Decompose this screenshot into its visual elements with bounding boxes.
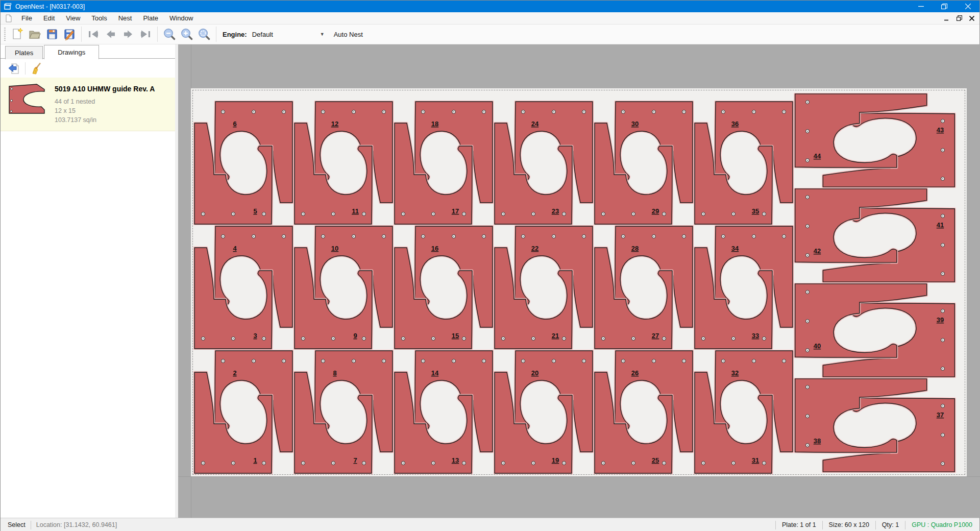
nested-part-pair-12-11[interactable]: 1211 bbox=[293, 101, 394, 225]
status-separator bbox=[905, 521, 905, 529]
nested-part-pair-14-13[interactable]: 1413 bbox=[394, 350, 494, 474]
part-number-41: 41 bbox=[937, 221, 944, 229]
part-number-23: 23 bbox=[552, 207, 559, 215]
part-number-33: 33 bbox=[752, 332, 759, 340]
toolbar-separator bbox=[216, 27, 216, 42]
nested-part-pair-20-19[interactable]: 2019 bbox=[494, 350, 594, 474]
new-file-icon bbox=[11, 28, 24, 41]
nested-part-pair-18-17[interactable]: 1817 bbox=[394, 101, 494, 225]
nested-part-pair-28-27[interactable]: 2827 bbox=[594, 225, 694, 350]
child-close-icon[interactable] bbox=[969, 16, 974, 21]
nested-part-pair-22-21[interactable]: 2221 bbox=[494, 225, 594, 350]
nested-part-pair-8-7[interactable]: 87 bbox=[293, 350, 394, 474]
drawing-area: 103.7137 sq/in bbox=[55, 115, 155, 125]
nav-last-button[interactable] bbox=[137, 26, 154, 42]
menu-item-plate[interactable]: Plate bbox=[137, 12, 164, 24]
engine-select[interactable]: Default ▼ bbox=[250, 28, 327, 40]
minimize-button[interactable] bbox=[909, 1, 933, 12]
menu-item-window[interactable]: Window bbox=[164, 12, 199, 24]
part-number-4: 4 bbox=[233, 245, 237, 252]
close-icon bbox=[965, 4, 971, 9]
plate-guide-line bbox=[178, 476, 980, 477]
nested-part-pair-30-29[interactable]: 3029 bbox=[594, 101, 694, 225]
part-number-8: 8 bbox=[333, 369, 336, 377]
nav-prev-icon bbox=[104, 28, 117, 41]
child-restore-icon[interactable] bbox=[957, 15, 962, 21]
nested-part-pair-16-15[interactable]: 1615 bbox=[394, 225, 494, 350]
save-button[interactable] bbox=[43, 26, 61, 42]
minimize-icon bbox=[918, 4, 924, 9]
nested-part-pair-43-44[interactable]: 4344 bbox=[794, 93, 956, 188]
child-minimize-icon[interactable] bbox=[944, 16, 949, 21]
nested-part-pair-36-35[interactable]: 3635 bbox=[694, 101, 794, 225]
toolbar-grip[interactable] bbox=[4, 28, 6, 41]
part-number-34: 34 bbox=[731, 245, 739, 252]
status-gpu: GPU : Quadro P1000 bbox=[911, 521, 973, 528]
menu-item-edit[interactable]: Edit bbox=[38, 12, 60, 24]
nested-part-pair-39-40[interactable]: 3940 bbox=[794, 283, 956, 378]
window-title: OpenNest - [N0317-003] bbox=[15, 3, 85, 10]
nested-part-pair-10-9[interactable]: 109 bbox=[293, 225, 394, 350]
app-icon bbox=[4, 3, 11, 10]
status-size: Size: 60 x 120 bbox=[828, 521, 870, 528]
nav-first-button[interactable] bbox=[85, 26, 102, 42]
part-number-5: 5 bbox=[253, 207, 257, 215]
sidebar: PlatesDrawings bbox=[1, 44, 175, 518]
nested-part-pair-37-38[interactable]: 3738 bbox=[794, 378, 956, 473]
menu-item-file[interactable]: File bbox=[16, 12, 38, 24]
nav-last-icon bbox=[139, 28, 152, 41]
menu-item-view[interactable]: View bbox=[60, 12, 86, 24]
nested-part-pair-2-1[interactable]: 21 bbox=[193, 350, 293, 474]
open-file-button[interactable] bbox=[26, 26, 43, 42]
restore-button[interactable] bbox=[933, 1, 956, 12]
zoom-extents-button[interactable] bbox=[195, 26, 213, 42]
nested-part-pair-26-25[interactable]: 2625 bbox=[594, 350, 694, 474]
part-number-26: 26 bbox=[631, 369, 639, 377]
nest-canvas[interactable]: 6543211211109871817161514132423222120193… bbox=[178, 44, 980, 518]
menu-item-nest[interactable]: Nest bbox=[113, 12, 138, 24]
restore-icon bbox=[941, 4, 947, 10]
engine-label: Engine: bbox=[223, 31, 247, 38]
toolbar-separator bbox=[81, 27, 82, 42]
nav-first-icon bbox=[87, 28, 100, 41]
part-number-29: 29 bbox=[652, 207, 659, 215]
part-number-37: 37 bbox=[937, 411, 944, 419]
new-file-button[interactable] bbox=[9, 26, 26, 42]
nav-next-button[interactable] bbox=[119, 26, 137, 42]
auto-nest-button[interactable]: Auto Nest bbox=[334, 31, 363, 38]
zoom-in-button[interactable] bbox=[178, 26, 195, 42]
part-number-20: 20 bbox=[531, 369, 538, 377]
nav-prev-button[interactable] bbox=[102, 26, 119, 42]
nested-part-pair-32-31[interactable]: 3231 bbox=[694, 350, 794, 474]
save-as-icon bbox=[63, 28, 76, 41]
part-number-25: 25 bbox=[652, 456, 659, 464]
part-number-14: 14 bbox=[431, 369, 439, 377]
status-separator bbox=[875, 521, 876, 529]
tab-plates[interactable]: Plates bbox=[5, 46, 43, 59]
drawings-toolbar bbox=[1, 59, 175, 78]
part-number-17: 17 bbox=[452, 207, 459, 215]
nested-part-pair-34-33[interactable]: 3433 bbox=[694, 225, 794, 350]
menu-item-tools[interactable]: Tools bbox=[86, 12, 112, 24]
nested-part-pair-4-3[interactable]: 43 bbox=[193, 225, 293, 350]
nested-part-pair-41-42[interactable]: 4142 bbox=[794, 188, 956, 283]
status-mode: Select bbox=[1, 521, 26, 528]
drawing-list-item[interactable]: 5019 A10 UHMW guide Rev. A 44 of 1 neste… bbox=[1, 78, 175, 131]
drawing-size: 12 x 15 bbox=[55, 106, 155, 115]
tab-drawings[interactable]: Drawings bbox=[44, 45, 99, 59]
zoom-out-button[interactable] bbox=[161, 26, 178, 42]
part-number-38: 38 bbox=[814, 437, 821, 445]
status-separator bbox=[31, 521, 31, 529]
save-as-button[interactable] bbox=[61, 26, 78, 42]
nested-part-pair-24-23[interactable]: 2423 bbox=[494, 101, 594, 225]
import-drawing-button[interactable] bbox=[6, 61, 22, 76]
part-number-44: 44 bbox=[814, 152, 821, 160]
toolbar-separator bbox=[25, 62, 26, 75]
clear-button[interactable] bbox=[29, 61, 45, 76]
close-button[interactable] bbox=[956, 1, 979, 12]
toolbar-separator bbox=[157, 27, 158, 42]
nested-part-pair-6-5[interactable]: 65 bbox=[193, 101, 293, 225]
part-number-6: 6 bbox=[233, 120, 236, 128]
part-number-13: 13 bbox=[452, 456, 459, 464]
chevron-down-icon: ▼ bbox=[320, 32, 325, 37]
